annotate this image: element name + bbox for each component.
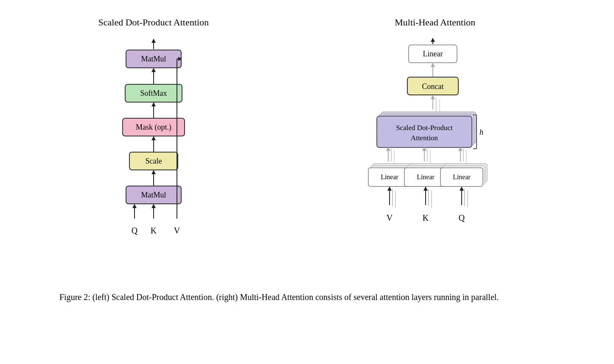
sdpa-label-line1: Scaled Dot-Product xyxy=(396,124,453,132)
right-title: Multi-Head Attention xyxy=(395,17,475,28)
concat-label: Concat xyxy=(422,82,444,91)
mask-label: Mask (opt.) xyxy=(136,123,171,132)
k-label: K xyxy=(151,226,157,235)
svg-marker-24 xyxy=(431,38,435,42)
svg-marker-1 xyxy=(151,39,156,43)
q-label: Q xyxy=(132,226,138,235)
right-diagram: Multi-Head Attention Linear Concat xyxy=(342,17,528,278)
linear-k-label: Linear xyxy=(417,173,435,181)
h-label: h xyxy=(479,128,483,136)
figure-caption: Figure 2: (left) Scaled Dot-Product Atte… xyxy=(25,291,589,303)
scale-label: Scale xyxy=(145,157,162,165)
svg-marker-27 xyxy=(431,63,435,67)
linear-v-label: Linear xyxy=(381,173,398,181)
right-v-label: V xyxy=(387,213,393,222)
left-svg: MatMul SoftMax Mask (opt.) Scale xyxy=(86,36,221,257)
svg-marker-65 xyxy=(423,186,428,191)
softmax-label: SoftMax xyxy=(140,89,167,97)
sdpa-label-line2: Attention xyxy=(411,134,438,142)
right-svg: Linear Concat Scaled Dot-Product Attenti… xyxy=(342,36,528,278)
svg-marker-69 xyxy=(460,186,464,191)
svg-marker-18 xyxy=(151,204,156,208)
svg-marker-13 xyxy=(151,170,156,174)
left-title: Scaled Dot-Product Attention xyxy=(98,17,209,28)
right-k-label: K xyxy=(423,213,429,222)
linear-top-label: Linear xyxy=(423,50,443,58)
matmul-bottom-label: MatMul xyxy=(141,191,166,199)
svg-marker-16 xyxy=(132,204,137,208)
matmul-top-label: MatMul xyxy=(141,55,166,63)
v-label: V xyxy=(174,226,180,235)
svg-marker-4 xyxy=(151,68,156,72)
svg-rect-35 xyxy=(377,116,472,147)
svg-marker-61 xyxy=(387,186,392,191)
svg-marker-7 xyxy=(151,102,156,106)
svg-marker-10 xyxy=(151,136,156,140)
right-q-label: Q xyxy=(459,213,465,222)
diagrams-container: Scaled Dot-Product Attention MatMul Soft… xyxy=(25,17,589,278)
left-diagram: Scaled Dot-Product Attention MatMul Soft… xyxy=(86,17,221,278)
svg-marker-30 xyxy=(431,95,435,99)
linear-q-label: Linear xyxy=(453,173,471,181)
